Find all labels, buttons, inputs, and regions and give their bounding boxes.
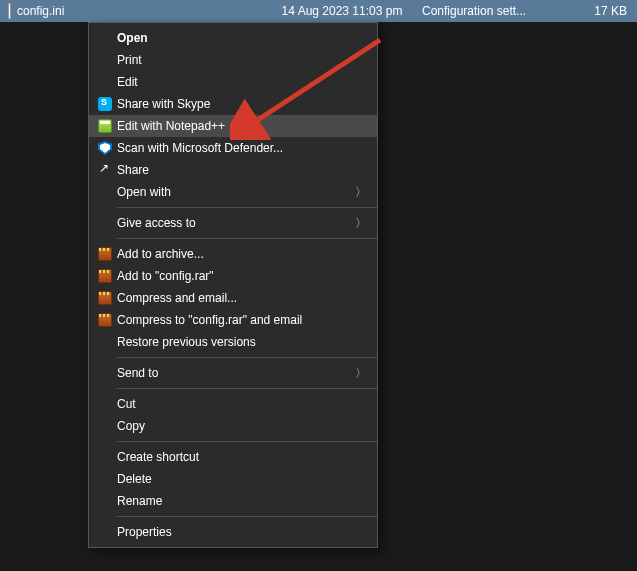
menu-compress-email[interactable]: Compress and email...	[89, 287, 377, 309]
file-size: 17 KB	[567, 4, 637, 18]
menu-add-archive[interactable]: Add to archive...	[89, 243, 377, 265]
menu-separator	[117, 388, 377, 389]
chevron-right-icon: 〉	[355, 184, 367, 201]
menu-copy-label: Copy	[117, 419, 353, 433]
menu-send-to-label: Send to	[117, 366, 353, 380]
menu-share-label: Share	[117, 163, 353, 177]
menu-give-access[interactable]: Give access to 〉	[89, 212, 377, 234]
menu-print[interactable]: Print	[89, 49, 377, 71]
menu-scan-defender[interactable]: Scan with Microsoft Defender...	[89, 137, 377, 159]
menu-compress-config-email-label: Compress to "config.rar" and email	[117, 313, 353, 327]
ini-file-icon	[8, 3, 11, 19]
menu-print-label: Print	[117, 53, 353, 67]
menu-cut[interactable]: Cut	[89, 393, 377, 415]
notepadpp-icon	[98, 119, 112, 133]
menu-give-access-label: Give access to	[117, 216, 353, 230]
menu-open-with[interactable]: Open with 〉	[89, 181, 377, 203]
chevron-right-icon: 〉	[355, 365, 367, 382]
menu-properties[interactable]: Properties	[89, 521, 377, 543]
menu-restore-prev-label: Restore previous versions	[117, 335, 353, 349]
menu-open[interactable]: Open	[89, 27, 377, 49]
menu-delete-label: Delete	[117, 472, 353, 486]
context-menu: Open Print Edit Share with Skype Edit wi…	[88, 22, 378, 548]
menu-edit-notepadpp[interactable]: Edit with Notepad++	[89, 115, 377, 137]
menu-create-shortcut[interactable]: Create shortcut	[89, 446, 377, 468]
menu-share-skype-label: Share with Skype	[117, 97, 353, 111]
menu-edit-label: Edit	[117, 75, 353, 89]
winrar-icon	[98, 313, 112, 327]
menu-restore-prev[interactable]: Restore previous versions	[89, 331, 377, 353]
share-icon	[98, 163, 112, 177]
winrar-icon	[98, 269, 112, 283]
menu-add-config-rar-label: Add to "config.rar"	[117, 269, 353, 283]
menu-scan-defender-label: Scan with Microsoft Defender...	[117, 141, 353, 155]
file-row-selected[interactable]: config.ini 14 Aug 2023 11:03 pm Configur…	[0, 0, 637, 22]
menu-share[interactable]: Share	[89, 159, 377, 181]
file-name: config.ini	[17, 4, 262, 18]
menu-create-shortcut-label: Create shortcut	[117, 450, 353, 464]
menu-share-skype[interactable]: Share with Skype	[89, 93, 377, 115]
file-date: 14 Aug 2023 11:03 pm	[262, 4, 422, 18]
menu-compress-email-label: Compress and email...	[117, 291, 353, 305]
menu-rename[interactable]: Rename	[89, 490, 377, 512]
menu-separator	[117, 441, 377, 442]
winrar-icon	[98, 247, 112, 261]
menu-rename-label: Rename	[117, 494, 353, 508]
menu-separator	[117, 516, 377, 517]
menu-edit-notepadpp-label: Edit with Notepad++	[117, 119, 353, 133]
menu-compress-config-email[interactable]: Compress to "config.rar" and email	[89, 309, 377, 331]
menu-edit[interactable]: Edit	[89, 71, 377, 93]
menu-separator	[117, 207, 377, 208]
menu-separator	[117, 238, 377, 239]
menu-open-label: Open	[117, 31, 353, 45]
menu-add-archive-label: Add to archive...	[117, 247, 353, 261]
menu-delete[interactable]: Delete	[89, 468, 377, 490]
menu-send-to[interactable]: Send to 〉	[89, 362, 377, 384]
menu-open-with-label: Open with	[117, 185, 353, 199]
menu-cut-label: Cut	[117, 397, 353, 411]
winrar-icon	[98, 291, 112, 305]
defender-icon	[98, 141, 112, 155]
chevron-right-icon: 〉	[355, 215, 367, 232]
skype-icon	[98, 97, 112, 111]
menu-add-config-rar[interactable]: Add to "config.rar"	[89, 265, 377, 287]
menu-properties-label: Properties	[117, 525, 353, 539]
menu-copy[interactable]: Copy	[89, 415, 377, 437]
file-type: Configuration sett...	[422, 4, 567, 18]
menu-separator	[117, 357, 377, 358]
